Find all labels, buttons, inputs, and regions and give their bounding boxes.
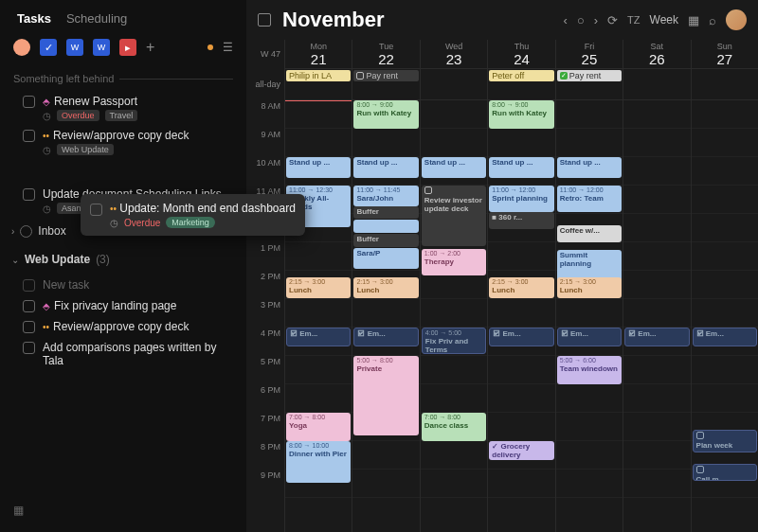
allday-cell[interactable]: Philip in LA <box>285 68 352 100</box>
refresh-icon[interactable]: ⟳ <box>607 13 618 27</box>
task-checkbox[interactable] <box>23 300 35 312</box>
calendar-event[interactable]: 7:00 → 8:00Dance class <box>422 413 486 441</box>
calendar-event[interactable]: 4:00 → 5:00Fix Priv and Terms <box>422 328 486 354</box>
calendar-event[interactable]: Stand up ... <box>286 157 351 178</box>
calendar-event[interactable]: 2:15 → 3:00Lunch <box>489 277 553 298</box>
list-view-icon[interactable]: ☰ <box>223 41 233 54</box>
calendar-event[interactable]: 11:00 → 12:00Sprint planning <box>489 186 553 212</box>
todo-app-icon[interactable]: ✓ <box>40 39 57 56</box>
task-review-copy-2[interactable]: ••Review/approve copy deck <box>6 315 241 336</box>
calendar-event[interactable]: Plan week <box>693 430 757 452</box>
hour-cells[interactable]: Stand up ... Review investor update deck… <box>421 100 487 498</box>
calendar-event[interactable]: 🗹 Em... <box>693 328 757 346</box>
allday-event[interactable]: ✓Pay rent <box>557 70 622 81</box>
web-update-section[interactable]: ⌄ Web Update (3) <box>6 245 241 274</box>
day-column[interactable]: Fri25✓Pay rentStand up ...11:00 → 12:00R… <box>555 40 623 532</box>
task-checkbox[interactable] <box>23 96 35 108</box>
user-avatar[interactable] <box>726 9 747 30</box>
task-review-copy-deck[interactable]: ••Review/approve copy deck ◷Web Update <box>6 124 241 158</box>
word-app-icon-2[interactable]: W <box>93 39 110 56</box>
slides-app-icon[interactable]: ▸ <box>119 39 136 56</box>
search-icon[interactable]: ⌕ <box>709 13 716 27</box>
calendar-event[interactable]: 7:00 → 8:00Yoga <box>286 413 351 441</box>
add-integration-icon[interactable]: + <box>146 39 154 56</box>
calendar-event[interactable]: 11:00 → 11:45Sara/John <box>353 186 418 206</box>
day-column[interactable]: Tue22Pay rent8:00 → 9:00Run with KateySt… <box>352 40 419 532</box>
hour-cells[interactable]: Stand up ...11:00 → 12:30Weekly All-Hand… <box>285 100 352 498</box>
calendar-event[interactable]: 🗹 Em... <box>353 328 418 346</box>
next-icon[interactable]: › <box>594 13 598 27</box>
task-checkbox[interactable] <box>90 204 102 216</box>
calendar-event[interactable]: 8:00 → 9:00Run with Katey <box>353 100 418 129</box>
calendar-event[interactable]: 5:00 → 6:00Team winedown <box>557 356 622 384</box>
hour-cells[interactable]: 🗹 Em... <box>623 100 690 498</box>
task-checkbox[interactable] <box>23 321 35 333</box>
calendar-event[interactable]: 🗹 Em... <box>489 328 553 346</box>
day-column[interactable]: Thu24Peter off8:00 → 9:00Run with KateyS… <box>487 40 554 532</box>
allday-event[interactable]: Pay rent <box>353 70 418 81</box>
panel-toggle-icon[interactable] <box>258 13 271 27</box>
calendar-event[interactable]: 1:00 → 2:00Therapy <box>422 249 486 275</box>
task-fix-privacy[interactable]: ⬘Fix privacy landing page <box>6 294 241 315</box>
calendar-event[interactable]: 2:15 → 3:00Lunch <box>557 277 622 298</box>
time-gutter: W 47 all-day 8 AM9 AM10 AM11 AM12 PM1 PM… <box>246 40 284 532</box>
view-selector[interactable]: Week <box>650 13 678 27</box>
calendar-event[interactable]: Buffer <box>353 234 418 247</box>
hour-cells[interactable]: Stand up ...11:00 → 12:00Retro: TeamCoff… <box>556 100 623 498</box>
avatar-small-icon[interactable] <box>13 39 30 56</box>
allday-cell[interactable]: ✓Pay rent <box>556 68 623 100</box>
hour-label: 8 PM <box>246 441 280 470</box>
calendar-icon[interactable]: ▦ <box>6 496 241 524</box>
day-column[interactable]: Wed23Stand up ... Review investor update… <box>420 40 487 532</box>
hour-cells[interactable]: 8:00 → 9:00Run with KateyStand up ...11:… <box>352 100 419 498</box>
calendar-event[interactable]: Buffer <box>353 206 418 219</box>
calendar-event[interactable]: ■ 360 r... <box>489 212 553 229</box>
calendar-icon[interactable]: ▦ <box>688 13 699 27</box>
calendar-event[interactable]: Stand up ... <box>353 157 418 178</box>
day-column[interactable]: Sat26🗹 Em... <box>623 40 690 532</box>
timezone-label[interactable]: TZ <box>627 14 640 26</box>
hour-cells[interactable]: 🗹 Em... Plan week Call m... <box>692 100 758 498</box>
today-icon[interactable]: ○ <box>577 13 585 27</box>
calendar-event[interactable]: 5:00 → 8:00Private <box>353 356 418 435</box>
task-checkbox[interactable] <box>23 342 35 354</box>
calendar-event[interactable]: Stand up ... <box>422 157 486 178</box>
notification-dot-icon[interactable] <box>208 44 213 50</box>
allday-cell[interactable] <box>692 68 758 100</box>
tab-scheduling[interactable]: Scheduling <box>66 11 127 26</box>
prev-icon[interactable]: ‹ <box>564 13 568 27</box>
tab-tasks[interactable]: Tasks <box>17 11 51 26</box>
task-new-task[interactable]: New task <box>6 274 241 294</box>
allday-cell[interactable] <box>421 68 487 100</box>
allday-event[interactable]: Peter off <box>489 70 553 81</box>
day-column[interactable]: Sun27🗹 Em... Plan week Call m... <box>691 40 758 532</box>
calendar-event[interactable]: ✓ Grocery delivery <box>489 441 553 460</box>
calendar-event[interactable] <box>353 220 418 233</box>
allday-cell[interactable] <box>623 68 690 100</box>
calendar-event[interactable]: 8:00 → 10:00Dinner with Pier <box>286 441 351 483</box>
task-add-comparisons[interactable]: Add comparisons pages written by Tala <box>6 336 241 370</box>
calendar-event[interactable]: 🗹 Em... <box>624 328 689 346</box>
calendar-event[interactable]: Stand up ... <box>557 157 622 178</box>
task-checkbox[interactable] <box>23 188 35 201</box>
calendar-event[interactable]: Stand up ... <box>489 157 553 178</box>
calendar-event[interactable]: 8:00 → 9:00Run with Katey <box>489 100 553 129</box>
calendar-event[interactable]: 2:15 → 3:00Lunch <box>286 277 351 298</box>
day-column[interactable]: Mon21Philip in LAStand up ...11:00 → 12:… <box>284 40 352 532</box>
calendar-event[interactable]: 11:00 → 12:00Retro: Team <box>557 186 622 212</box>
calendar-event[interactable]: Call m... <box>693 464 757 481</box>
word-app-icon[interactable]: W <box>66 39 83 56</box>
calendar-event[interactable]: Sara/P <box>353 248 418 269</box>
calendar-event[interactable]: Coffee w/... <box>557 225 622 242</box>
allday-event[interactable]: Philip in LA <box>286 70 351 81</box>
hour-cells[interactable]: 8:00 → 9:00Run with KateyStand up ...11:… <box>488 100 554 498</box>
calendar-event[interactable]: 🗹 Em... <box>286 328 351 346</box>
allday-cell[interactable]: Peter off <box>488 68 554 100</box>
calendar-event[interactable]: Review investor update deck <box>422 186 486 246</box>
task-renew-passport[interactable]: ⬘Renew Passport ◷OverdueTravel <box>6 90 241 124</box>
allday-cell[interactable]: Pay rent <box>352 68 419 100</box>
calendar-event[interactable]: 🗹 Em... <box>557 328 622 346</box>
task-checkbox[interactable] <box>23 130 35 142</box>
calendar-event[interactable]: 2:15 → 3:00Lunch <box>353 277 418 298</box>
task-checkbox[interactable] <box>23 279 35 292</box>
